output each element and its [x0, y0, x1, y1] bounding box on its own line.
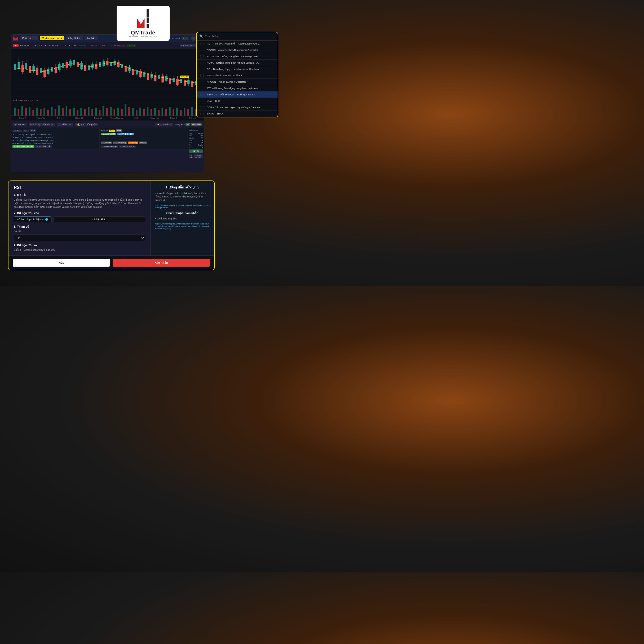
logo-bar3 — [147, 24, 149, 28]
svg-rect-137 — [121, 109, 122, 116]
svg-rect-122 — [66, 106, 67, 116]
question-icon-btn[interactable]: ? — [191, 36, 196, 41]
svg-rect-69 — [128, 67, 131, 71]
ind-row-aroon[interactable]: ⋮⋮ AROON – Aroon & Aroon Oscillator — [197, 79, 278, 85]
settings-icon: ⚙ — [30, 123, 32, 126]
vao-chip: Vào — [23, 130, 29, 132]
nav-market-btn[interactable]: Chợ Bot ▼ — [66, 36, 83, 40]
them-chi-mien-btn[interactable]: ▼ Thêm chỉ miễn — [194, 154, 203, 158]
rsi-description: Chỉ báo RSI (Relative Strength Index) là… — [14, 198, 145, 209]
ind-row-bias[interactable]: ⋮⋮ BIAS – Bias — [197, 98, 278, 104]
rsi-confirm-button[interactable]: Xác nhận — [113, 259, 210, 267]
alma-chip[interactable]: ALMA @ 388M — [101, 133, 116, 135]
ind-name-adosc: ADOSC – Accumulation/Distribution Oscill… — [207, 48, 275, 51]
svg-rect-108 — [14, 108, 16, 116]
svg-rect-63 — [117, 62, 120, 67]
indicators-config-panel: Mô hình Vào Huề AD – Tích lũy / Phân phố… — [11, 128, 204, 149]
rsi-strategy-link[interactable]: https://www.qmcapital.vn/bai-viet/kien-t… — [155, 223, 210, 230]
rsi-param-select[interactable]: 14 7 21 — [14, 235, 145, 241]
nav-docs-btn[interactable]: Tài liệu — [85, 36, 98, 40]
rsi-input-current-btn[interactable]: Dữ liệu cổ phiếu hiện tại — [14, 217, 51, 222]
rsi-input-other-btn[interactable]: Dữ liệu khác — [54, 217, 145, 222]
ind-row-ad[interactable]: ⋮⋮ AD – Tích lũy / Phân phối – Accumulat… — [197, 41, 278, 47]
svg-rect-118 — [51, 107, 52, 116]
dong-lenh-toggle[interactable]: Mở — [186, 123, 190, 126]
svg-rect-45 — [84, 65, 86, 71]
ind-row-bop[interactable]: ⋮⋮ BOP – Cân cân sức mạnh thị trường – B… — [197, 104, 278, 111]
filter-btn[interactable]: ⊞ Bộ lọc — [13, 123, 27, 126]
rsi-content: RSI 1. Mô Tả Chỉ báo RSI (Relative Stren… — [8, 181, 214, 256]
dong-lenh-label: Đóng lệnh — [175, 123, 185, 126]
ind-name-bop: BOP – Cân cân sức mạnh thị trường – Bala… — [207, 106, 275, 109]
svg-rect-117 — [47, 110, 49, 116]
svg-rect-146 — [154, 108, 156, 116]
config-va-chip: Vào — [109, 130, 115, 132]
nav-strategy-btn[interactable]: Chiến lược Bot ▼ — [40, 36, 64, 40]
tf-btn-more[interactable]: ▼ — [43, 44, 47, 47]
indicator-search-input[interactable] — [205, 35, 275, 38]
them-dieu-kien-2[interactable]: + Thêm điều kiện — [119, 145, 136, 148]
indicators-search-btn[interactable]: Các chỉ báo ▼ — [180, 44, 196, 47]
config-hue-chip: Huề — [116, 129, 122, 132]
rsi-cancel-button[interactable]: Hủy — [13, 259, 110, 267]
svg-rect-119 — [55, 109, 56, 116]
settings-strategy-btn[interactable]: ⚙ Cài đặt chiến lược — [29, 123, 55, 126]
svg-rect-144 — [147, 107, 148, 116]
svg-rect-133 — [106, 108, 108, 116]
svg-rect-99 — [184, 80, 186, 86]
svg-rect-101 — [187, 80, 190, 84]
time-label-1: Tháng 7 — [13, 117, 32, 119]
time-label-6: Tháng Mười hai — [107, 117, 126, 119]
ind-row-adx[interactable]: ⋮⋮ ADX – Định hướng trung bình – Average… — [197, 53, 278, 60]
ind-row-ao[interactable]: ⋮⋮ AO – Dao động tuyệt vời – Awesome Osc… — [197, 66, 278, 72]
svg-rect-113 — [32, 110, 34, 116]
cat-len-chip[interactable]: +1 Cắt lên — [101, 142, 112, 144]
svg-rect-95 — [176, 79, 179, 85]
dong-lenh-label2: Đóng lệnh — [189, 129, 203, 131]
rsi-section3-title: 3. Tham số — [14, 225, 145, 228]
nav-analysis-btn[interactable]: Phân tích ▼ — [20, 36, 38, 40]
them-dieu-kien-1[interactable]: + Thêm điều kiện — [101, 145, 118, 148]
van-bot-btn[interactable]: Vận Bot — [189, 149, 203, 153]
add-more-btn[interactable]: + Thêm nhóm điều kiện — [12, 145, 34, 148]
ind-row-brar[interactable]: ⋮⋮ BRAR – BRAR — [197, 111, 278, 117]
tf-btn-1h[interactable]: 1H — [32, 44, 37, 47]
svg-rect-151 — [173, 109, 174, 116]
filter-icon: ⊞ — [15, 123, 17, 126]
test-icon: ▷ — [59, 123, 61, 126]
trade-btn[interactable]: ⚡ Giao dịch — [155, 123, 173, 126]
tf-btn-1d[interactable]: 1D — [38, 44, 42, 47]
hue-chip: Huề — [30, 129, 36, 132]
svg-rect-136 — [117, 108, 119, 116]
cat-xuong-chip[interactable]: +1 Cắt xuống — [113, 142, 127, 144]
gianok-chip[interactable]: gianok — [139, 142, 147, 144]
ind-row-adosc[interactable]: ⋮⋮ ADOSC – Accumulation/Distribution Osc… — [197, 47, 278, 53]
drag-icon-adx: ⋮⋮ — [199, 55, 205, 58]
chi-mien-label: Chỉ miễn — [189, 154, 193, 158]
ind-row-bbands[interactable]: ⋮⋮ BBANDS – Dải Bollinger – Bollinger Ba… — [197, 91, 278, 98]
rsi-title: RSI — [14, 185, 145, 190]
indicator-config-middle: Mô hình Vào Huề ALMA @ 388M MAMA (DC 2-1… — [100, 128, 188, 149]
svg-rect-17 — [32, 66, 35, 71]
rsi-guide-title: Hướng dẫn sử dụng — [155, 185, 210, 189]
thêm-điều-kiện-btn[interactable]: + Thêm điều kiện — [35, 145, 52, 148]
svg-rect-139 — [128, 107, 130, 116]
ind-row-alma[interactable]: ⋮⋮ ALMA – Đường trung bình Arnaud Legoux… — [197, 60, 278, 66]
svg-rect-116 — [43, 108, 45, 116]
ind-row-atr[interactable]: ⋮⋮ ATR – Khoảng Dao động trung bình thực… — [197, 85, 278, 91]
alert-btn[interactable]: 🔔 Tạo thông báo — [75, 123, 98, 126]
rsi-modal-buttons: Hủy Xác nhận — [8, 255, 214, 270]
candlestick-chart: Khối lượng SMA 9: 609.63M — [11, 49, 204, 102]
logo-chip: QM — [13, 44, 19, 47]
radio-icon — [45, 218, 48, 221]
config-mode-label: Mô hình — [101, 130, 108, 132]
rsi-guide-link[interactable]: https://www.qmcapital.vn/bai-viet/chi-ba… — [155, 204, 210, 209]
price-tag: 1241.49 — [180, 76, 189, 78]
ind-row-apo[interactable]: ⋮⋮ APO – Absolute Price Oscillator — [197, 72, 278, 79]
svg-rect-132 — [103, 106, 104, 116]
test-btn[interactable]: ▷ Kiểm thử — [57, 123, 73, 126]
hoan-toan-btn[interactable]: Hoàn toàn — [191, 123, 202, 126]
tin-dong-chip[interactable]: Tín Đồng — [128, 142, 138, 144]
right-mini-panel: Đóng lệnh Vốn 1 ngày Phí 0 % Cắt lỗ % TT… — [188, 128, 204, 149]
mama-chip[interactable]: MAMA (DC 2-10) — [117, 133, 134, 135]
